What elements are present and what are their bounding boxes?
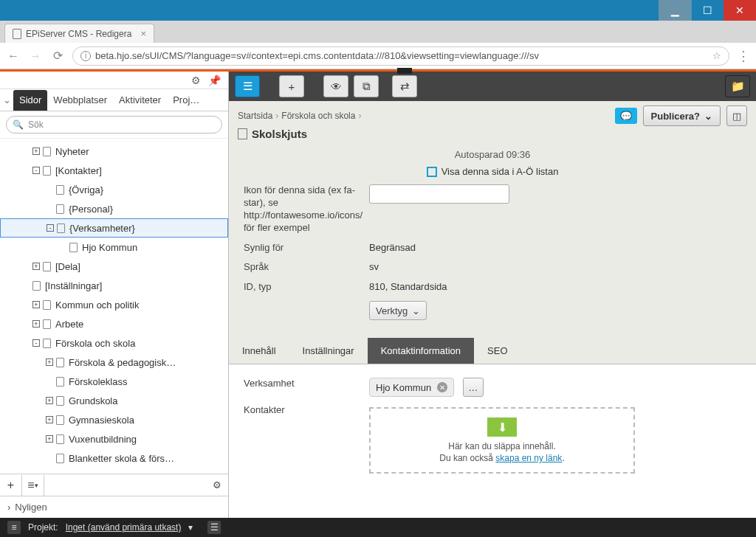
tree-node[interactable]: {Personal} — [0, 199, 228, 218]
page-icon — [57, 224, 65, 233]
tab-close-icon[interactable]: × — [140, 28, 146, 39]
tree-node[interactable]: -[Kontakter] — [0, 161, 228, 180]
publish-button[interactable]: Publicera? ⌄ — [643, 105, 721, 126]
tab-sidor[interactable]: Sidor — [13, 90, 47, 111]
panel-toggle-button[interactable]: ◫ — [726, 105, 747, 126]
expand-icon[interactable]: + — [32, 263, 40, 270]
page-icon — [43, 339, 51, 348]
tree-node[interactable]: +Förskola & pedagogisk… — [0, 353, 228, 372]
tab-aktiviteter[interactable]: Aktiviteter — [113, 90, 167, 111]
expand-icon[interactable]: + — [46, 358, 53, 366]
tree-node[interactable]: -{Verksamheter} — [0, 218, 228, 238]
back-icon[interactable]: ← — [6, 49, 21, 63]
page-icon — [56, 434, 64, 444]
breadcrumb-item[interactable]: Förskola och skola — [281, 111, 355, 121]
tree-node[interactable]: +Nyheter — [0, 142, 228, 161]
icon-field-label: Ikon för denna sida (ex fa-star), se htt… — [244, 184, 369, 235]
tree-node[interactable]: +Grundskola — [0, 391, 228, 410]
gear-icon[interactable]: ⚙ — [206, 479, 228, 491]
tab-projekt[interactable]: Proj… — [167, 90, 205, 111]
id-type-value: 810, Standardsida — [369, 281, 447, 292]
comment-icon[interactable]: 💬 — [615, 108, 637, 124]
tree-node-label: Vuxenutbildning — [69, 434, 137, 445]
expand-icon[interactable]: + — [46, 397, 53, 404]
window-minimize-button[interactable]: ▁ — [659, 0, 691, 21]
tree-node[interactable]: Hjo Kommun — [0, 238, 228, 257]
tree-node[interactable]: Förskoleklass — [0, 372, 228, 391]
browser-menu-icon[interactable]: ⋮ — [737, 48, 750, 64]
tree-node[interactable]: -Förskola och skola — [0, 333, 228, 353]
checkbox-label: Visa denna sida i A-Ö listan — [441, 166, 559, 177]
search-input[interactable]: 🔍 Sök — [6, 116, 222, 134]
tree-node[interactable]: +[Dela] — [0, 257, 228, 276]
page-icon — [56, 377, 64, 387]
gear-icon[interactable]: ⚙ — [191, 75, 201, 86]
bookmark-star-icon[interactable]: ☆ — [712, 50, 721, 61]
tab-kontaktinformation[interactable]: Kontaktinformation — [368, 338, 474, 364]
tree-node[interactable]: +Kommun och politik — [0, 295, 228, 314]
url-input[interactable]: i beta.hjo.se/sUI/CMS/?language=sv#conte… — [72, 46, 729, 66]
toggle-view-button[interactable]: ⇄ — [392, 75, 417, 97]
tree-node[interactable]: +Arbete — [0, 314, 228, 333]
page-icon — [56, 396, 64, 406]
browse-button[interactable]: … — [463, 378, 484, 397]
browser-tab[interactable]: EPiServer CMS - Redigera × — [4, 24, 154, 43]
compare-button[interactable]: ⧉ — [354, 75, 379, 97]
create-link[interactable]: skapa en ny länk — [495, 453, 562, 463]
kontakter-label: Kontakter — [244, 404, 369, 417]
collapse-icon[interactable]: - — [47, 224, 54, 232]
tree-node[interactable]: [Inställningar] — [0, 276, 228, 295]
page-tree: +Nyheter-[Kontakter]{Övriga}{Personal}-{… — [0, 139, 228, 474]
reload-icon[interactable]: ⟳ — [50, 49, 65, 63]
assets-button[interactable]: 📁 — [725, 75, 750, 97]
pin-icon[interactable]: 📌 — [208, 75, 221, 86]
tab-seo[interactable]: SEO — [474, 338, 520, 364]
show-in-az-checkbox[interactable] — [427, 167, 437, 177]
page-icon — [43, 262, 51, 271]
add-content-button[interactable]: + — [279, 75, 304, 97]
recent-section[interactable]: › Nyligen — [0, 496, 228, 518]
site-info-icon[interactable]: i — [80, 51, 91, 61]
list-button[interactable]: ≡▾ — [22, 475, 44, 496]
tree-node-label: [Dela] — [55, 261, 80, 272]
expand-icon[interactable]: + — [32, 148, 40, 155]
editor-toolbar: ☰ + 👁 ⧉ ⇄ 📁 — [229, 72, 756, 101]
window-maximize-button[interactable]: ☐ — [691, 0, 724, 21]
chevron-down-icon[interactable]: ▾ — [188, 522, 193, 533]
tree-node[interactable]: Blanketter skola & förs… — [0, 448, 228, 468]
verksamhet-chip[interactable]: Hjo Kommun ✕ — [369, 378, 454, 397]
contacts-dropzone[interactable]: ⬇ Här kan du släppa innehåll. Du kan ock… — [369, 407, 635, 474]
chevron-down-icon: ⌄ — [704, 111, 712, 122]
expand-icon[interactable]: + — [32, 301, 40, 308]
tree-node-label: Kommun och politik — [55, 299, 139, 311]
tree-node[interactable]: +Gymnasieskola — [0, 410, 228, 429]
chevron-down-icon[interactable]: ⌄ — [0, 94, 13, 105]
expand-icon[interactable]: + — [32, 320, 40, 328]
browser-tab-strip: EPiServer CMS - Redigera × — [0, 21, 756, 43]
project-icon[interactable]: ≡ — [7, 521, 21, 534]
project-value[interactable]: Inget (använd primära utkast) — [66, 522, 182, 533]
tab-installningar[interactable]: Inställningar — [289, 338, 368, 364]
collapse-icon[interactable]: - — [32, 167, 40, 174]
page-icon — [43, 166, 51, 176]
publish-label: Publicera? — [651, 111, 700, 122]
page-icon — [43, 319, 51, 329]
tree-node[interactable]: {Övriga} — [0, 180, 228, 199]
expand-icon[interactable]: + — [46, 435, 53, 443]
tree-node-label: Gymnasieskola — [69, 415, 134, 426]
window-close-button[interactable]: ✕ — [724, 0, 756, 21]
preview-button[interactable]: 👁 — [323, 75, 348, 97]
breadcrumb-item[interactable]: Startsida — [238, 111, 272, 121]
collapse-icon[interactable]: - — [32, 339, 40, 347]
tools-dropdown[interactable]: Verktyg ⌄ — [369, 301, 427, 320]
expand-icon[interactable]: + — [46, 416, 53, 423]
tab-webbplatser[interactable]: Webbplatser — [47, 90, 113, 111]
tree-view-button[interactable]: ☰ — [235, 75, 260, 97]
remove-icon[interactable]: ✕ — [437, 382, 447, 392]
options-icon[interactable]: ☰ — [207, 521, 221, 534]
tree-node[interactable]: +Vuxenutbildning — [0, 429, 228, 448]
icon-input[interactable] — [369, 184, 509, 204]
tab-innehall[interactable]: Innehåll — [229, 338, 289, 364]
chevron-right-icon: › — [358, 111, 361, 121]
add-button[interactable]: + — [0, 475, 22, 496]
